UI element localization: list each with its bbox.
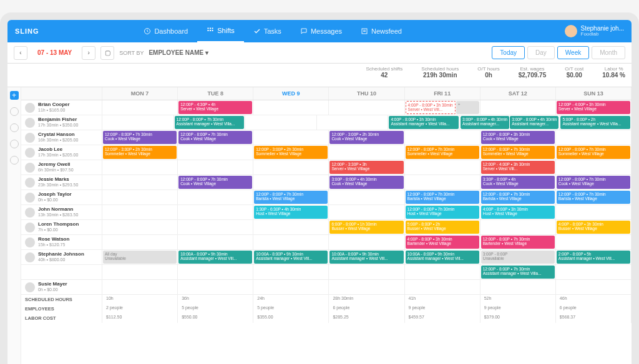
schedule-cell[interactable] — [480, 220, 556, 234]
shift-block[interactable]: 12:00P - 8:00P • 7h 30minAssistant manag… — [175, 116, 245, 129]
shift-block[interactable]: 12:00P - 8:00P • 7h 30minBarista • West … — [254, 191, 328, 204]
week-button[interactable]: Week — [557, 46, 589, 59]
shift-block[interactable]: 12:00P - 8:00P • 7h 30minHost • West Vil… — [406, 206, 479, 219]
shift-block[interactable]: 3:00P - 8:00P • 4h 30minCook • West Vill… — [329, 176, 403, 189]
shift-block[interactable]: 12:00P - 8:00P • 7h 30minCook • West Vil… — [103, 131, 177, 144]
schedule-cell[interactable] — [178, 280, 253, 294]
schedule-cell[interactable] — [405, 265, 480, 279]
schedule-cell[interactable]: 12:00P - 3:00P • 2h 30minSommelier • Wes… — [102, 145, 178, 160]
shift-block[interactable]: 12:00P - 8:00P • 3h 30minCook • West Vil… — [481, 131, 555, 144]
schedule-cell[interactable] — [480, 100, 556, 115]
add-button[interactable]: + — [10, 91, 19, 100]
schedule-cell[interactable] — [102, 160, 178, 175]
shift-block[interactable]: 12:00P - 8:00P • 7h 30minBarista • West … — [406, 191, 479, 204]
shift-block[interactable]: 12:00P - 3:00P • 2h 30minSommelier • Wes… — [103, 146, 177, 159]
schedule-cell[interactable]: 5:00P - 8:00P • 2hBusser • West Village — [405, 220, 480, 234]
date-range[interactable]: 07 - 13 MAY — [32, 49, 77, 56]
schedule-cell[interactable] — [556, 280, 632, 294]
shift-block[interactable]: 12:00P - 8:00P • 7h 30minCook • West Vil… — [178, 176, 252, 189]
schedule-cell[interactable]: 12:00P - 4:00P • 3h 30minServer • West V… — [556, 100, 632, 115]
schedule-cell[interactable]: All dayUnavailable — [102, 250, 178, 264]
nav-messages[interactable]: Messages — [291, 20, 351, 42]
schedule-cell[interactable]: 5:00P - 8:00P • 2hAssistant manager • We… — [560, 115, 632, 130]
schedule-cell[interactable] — [480, 280, 556, 294]
schedule-cell[interactable] — [253, 130, 329, 145]
schedule-cell[interactable] — [405, 280, 480, 294]
schedule-cell[interactable] — [556, 160, 632, 175]
schedule-cell[interactable]: 12:00P - 4:30P • 4hServer • West Village — [178, 100, 253, 115]
shift-block[interactable]: All dayUnavailable — [103, 251, 177, 264]
filter-button[interactable]: ▢ — [100, 46, 114, 60]
employee-cell[interactable]: Susie Mayer0h • $0.00 — [21, 280, 102, 294]
schedule-cell[interactable] — [178, 220, 253, 234]
month-button[interactable]: Month — [592, 46, 625, 59]
employee-cell[interactable] — [21, 265, 102, 279]
schedule-cell[interactable]: 12:00P - 3:00P • 2h 30minCook • West Vil… — [329, 130, 404, 145]
schedule-cell[interactable] — [102, 220, 178, 234]
day-header[interactable]: SUN 13 — [556, 87, 632, 100]
schedule-cell[interactable]: 12:00P - 8:00P • 7h 30minHost • West Vil… — [405, 205, 480, 219]
schedule-cell[interactable] — [253, 160, 329, 175]
schedule-cell[interactable]: 12:00P - 8:00P • 7h 30minBarista • West … — [405, 190, 480, 204]
schedule-cell[interactable] — [102, 280, 178, 294]
sidebar-icon-4[interactable] — [10, 156, 19, 165]
schedule-cell[interactable] — [253, 235, 329, 249]
schedule-cell[interactable] — [556, 130, 632, 145]
schedule-cell[interactable] — [405, 160, 480, 175]
schedule-cell[interactable]: 3:30P - 8:00P • 4hCook • West Village — [480, 175, 556, 189]
shift-block[interactable]: 1:30P - 6:30P • 4h 30minHost • West Vill… — [254, 206, 328, 219]
shift-block[interactable]: 12:00P - 8:00P • 7h 30minBarista • West … — [481, 191, 555, 204]
employee-cell[interactable]: Jessie Marks23h 30min • $293.50 — [21, 175, 102, 189]
sort-dropdown[interactable]: EMPLOYEE NAME ▾ — [149, 49, 208, 56]
employee-cell[interactable]: Jeremy Owell6h 30min • $97.50 — [21, 160, 102, 175]
shift-block[interactable]: 6:00P - 8:00P • 1h 30minBusser • West Vi… — [329, 221, 403, 234]
employee-cell[interactable]: Benjamin Fisher17h 30min • $350.00 — [21, 115, 102, 130]
schedule-cell[interactable] — [253, 100, 329, 115]
shift-block[interactable]: 12:00P - 4:30P • 4hServer • West Village — [178, 101, 252, 114]
user-menu[interactable]: Stephanie joh... Foodlab — [565, 25, 625, 37]
schedule-cell[interactable]: 12:00P - 8:00P • 7h 30minAssistant manag… — [174, 115, 246, 130]
shift-block[interactable]: 12:00P - 3:30P • 3hServer • West Village — [329, 161, 403, 174]
day-header[interactable]: THU 10 — [329, 87, 404, 100]
schedule-cell[interactable] — [245, 115, 317, 130]
shift-block[interactable]: 12:00P - 3:00P • 2h 30minSommelier • Wes… — [254, 146, 328, 159]
schedule-cell[interactable]: 10:00A - 8:00P • 9h 30minAssistant manag… — [329, 250, 404, 264]
schedule-cell[interactable]: 6:00P - 8:00P • 1h 30minBusser • West Vi… — [329, 220, 404, 234]
schedule-cell[interactable]: 12:00P - 4:00P • 3h 30minServer • West V… — [480, 160, 556, 175]
schedule-cell[interactable]: 2:00P - 8:00P • 5hAssistant manager • We… — [556, 250, 632, 264]
schedule-cell[interactable] — [329, 265, 404, 279]
employee-cell[interactable]: Jacob Lee17h 30min • $205.00 — [21, 145, 102, 160]
schedule-cell[interactable] — [253, 265, 329, 279]
day-header[interactable]: TUE 8 — [178, 87, 253, 100]
shift-block[interactable]: 12:00P - 8:00P • 7h 30minCook • West Vil… — [557, 176, 630, 189]
shift-block[interactable]: 12:00P - 8:00P • 7h 30minBartender • Wes… — [481, 236, 555, 249]
schedule-cell[interactable] — [178, 265, 253, 279]
shift-block[interactable]: 12:00P - 4:00P • 3h 30minServer • West V… — [481, 161, 555, 174]
next-week-button[interactable]: › — [82, 46, 95, 60]
schedule-cell[interactable]: 10:00A - 8:00P • 9h 30minAssistant manag… — [253, 250, 329, 264]
sidebar-icon-3[interactable] — [10, 140, 19, 148]
schedule-cell[interactable]: 12:00P - 8:00P • 7h 30minBarista • West … — [556, 190, 632, 204]
schedule-cell[interactable] — [102, 100, 178, 115]
schedule-cell[interactable] — [253, 220, 329, 234]
shift-block[interactable]: 10:00A - 8:00P • 9h 30minAssistant manag… — [254, 251, 328, 264]
nav-shifts[interactable]: Shifts — [197, 20, 244, 42]
nav-tasks[interactable]: Tasks — [244, 20, 291, 42]
nav-dashboard[interactable]: Dashboard — [134, 20, 197, 42]
shift-block[interactable]: 12:00P - 8:00P • 7h 30minCook • West Vil… — [178, 131, 252, 144]
employee-cell[interactable]: Crystal Hanson16h 30min • $205.00 — [21, 130, 102, 145]
schedule-cell[interactable]: 12:00P - 8:00P • 7h 30minCook • West Vil… — [556, 175, 632, 189]
schedule-cell[interactable] — [102, 190, 178, 204]
schedule-cell[interactable] — [329, 280, 404, 294]
schedule-cell[interactable] — [329, 235, 404, 249]
schedule-cell[interactable]: 3:00P - 8:00P • 4h 30minCook • West Vill… — [329, 175, 404, 189]
employee-cell[interactable]: Brian Cooper11h • $165.00 — [21, 100, 102, 115]
schedule-cell[interactable]: 12:00P - 8:00P • 3h 30minCook • West Vil… — [480, 130, 556, 145]
employee-cell[interactable]: Rose Watson15h • $120.75 — [21, 235, 102, 249]
shift-block[interactable]: 12:00P - 8:00P • 7h 30minSommelier • Wes… — [406, 146, 479, 159]
schedule-cell[interactable] — [102, 265, 178, 279]
schedule-cell[interactable]: 12:00P - 8:00P • 7h 30minBarista • West … — [480, 190, 556, 204]
shift-block[interactable]: 12:00P - 8:00P • 7h 30minBarista • West … — [557, 191, 630, 204]
schedule-cell[interactable] — [102, 235, 178, 249]
schedule-cell[interactable] — [253, 280, 329, 294]
